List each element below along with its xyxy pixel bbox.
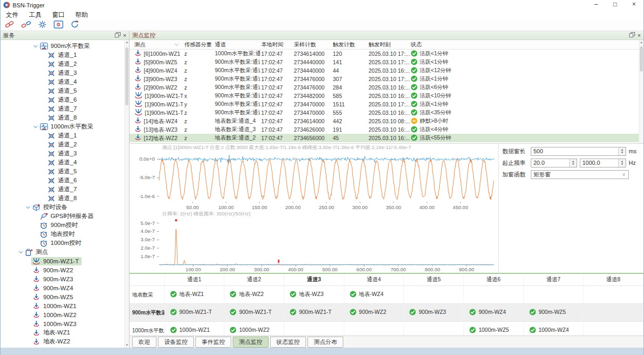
tree-item[interactable]: 900m-WZ5: [1, 292, 129, 301]
tree-item[interactable]: 地表-WZ1: [1, 328, 129, 337]
grid-cell[interactable]: 地表-WZ1: [164, 286, 224, 304]
tree-item[interactable]: GPS时钟服务器: [1, 212, 129, 221]
toolbar-console-button[interactable]: [53, 21, 64, 30]
tab-item-5[interactable]: 状态监控: [270, 337, 306, 348]
menu-item-1[interactable]: 文件: [1, 10, 24, 19]
table-scrollbar[interactable]: ▲: [639, 40, 643, 143]
grid-cell[interactable]: 1000m-WZ1: [164, 322, 224, 336]
table-row[interactable]: [2]900m-WZ2z900m水平数采:通道_417:02:472734476…: [130, 83, 639, 92]
data-window-length-input[interactable]: 500▲▼: [531, 147, 626, 156]
column-header[interactable]: 触发时刻: [368, 40, 410, 50]
tree-item[interactable]: 通道_8: [1, 113, 129, 122]
window-function-select[interactable]: 矩形窗∨: [531, 170, 629, 179]
tree-item[interactable]: 通道_1: [1, 51, 129, 60]
tree-item[interactable]: 1000m-WZ3: [1, 319, 129, 328]
chevron-expanded-icon[interactable]: [17, 251, 24, 254]
grid-cell[interactable]: 900m-WZ5: [523, 304, 583, 322]
column-header[interactable]: 本地时间: [260, 40, 293, 50]
table-row[interactable]: [12]地表-WZ2z地表数采:通道_217:02:47273465600045…: [130, 134, 639, 142]
tree-item[interactable]: 通道_2: [1, 60, 129, 68]
tab-item-3[interactable]: 事件监控: [195, 337, 231, 348]
grid-cell[interactable]: [523, 286, 583, 304]
grid-cell[interactable]: 900m-WZ3: [404, 304, 464, 322]
tree-item[interactable]: 通道_4: [1, 77, 129, 86]
tab-item-1[interactable]: 欢迎: [132, 337, 156, 348]
table-row[interactable]: [4]900m-WZ4z900m水平数采:通道_617:02:472734440…: [130, 66, 639, 75]
grid-cell[interactable]: 900m-WZ1-T: [164, 304, 224, 322]
grid-cell[interactable]: 900m-WZ1-T: [224, 304, 284, 322]
scroll-down-icon[interactable]: ▼: [125, 343, 129, 348]
scroll-up-icon[interactable]: ▲: [639, 40, 643, 45]
tree-item[interactable]: 授时设备: [1, 203, 129, 212]
scrollbar-thumb[interactable]: [125, 47, 128, 105]
scroll-up-icon[interactable]: ▲: [125, 40, 129, 45]
grid-cell[interactable]: 地表-WZ4: [344, 286, 404, 304]
tree-item[interactable]: 1000m-WZ2: [1, 310, 129, 319]
close-panel-icon[interactable]: ×: [123, 33, 126, 38]
grid-cell[interactable]: 900m-WZ1-T: [284, 304, 344, 322]
tree-item[interactable]: 通道_7: [1, 104, 129, 113]
grid-cell[interactable]: 1000m-WZ5: [463, 322, 523, 336]
grid-cell[interactable]: [583, 304, 643, 322]
grid-cell[interactable]: 1000m-WZ2: [224, 322, 284, 336]
tree-item[interactable]: 通道_7: [1, 185, 129, 194]
tab-item-2[interactable]: 设备监控: [158, 337, 194, 348]
tree-item[interactable]: 900m-WZ4: [1, 283, 129, 292]
tree-item[interactable]: 通道_4: [1, 158, 129, 167]
tree-item[interactable]: 地表-WZ2: [1, 337, 129, 346]
tree-item[interactable]: 通道_3: [1, 149, 129, 158]
toolbar-settings-button[interactable]: [37, 21, 47, 30]
menu-item-3[interactable]: 窗口: [47, 10, 70, 19]
grid-cell[interactable]: [284, 322, 344, 336]
spinner-buttons[interactable]: ▲▼: [618, 147, 626, 155]
tab-item-6[interactable]: 测点分布: [308, 337, 343, 348]
sidebar-scrollbar[interactable]: ▲ ▼: [124, 40, 129, 348]
close-button[interactable]: ×: [625, 0, 643, 10]
grid-cell[interactable]: 地表-WZ2: [224, 286, 284, 304]
table-row[interactable]: [5]900m-WZ5z900m水平数采:通道_717:02:472734440…: [130, 58, 639, 66]
scrollbar-thumb[interactable]: [640, 46, 643, 72]
grid-cell[interactable]: [344, 322, 404, 336]
column-header[interactable]: 通道: [214, 40, 260, 50]
freq-end-input[interactable]: 1000.0▲▼: [580, 159, 626, 167]
table-row[interactable]: [3]900m-WZ3z900m水平数采:通道_517:02:472734476…: [130, 75, 639, 83]
grid-cell[interactable]: 900m-WZ4: [463, 304, 523, 322]
tree-item[interactable]: 通道_5: [1, 167, 129, 176]
table-row[interactable]: [1]900m-WZ1-Tx900m水平数采:通道_117:02:4727344…: [130, 92, 639, 100]
tab-item-4[interactable]: 测点监控: [233, 337, 269, 348]
minimize-button[interactable]: –: [587, 0, 606, 10]
grid-cell[interactable]: 900m-WZ2: [344, 304, 404, 322]
toolbar-refresh-button[interactable]: [70, 21, 80, 30]
close-panel-icon[interactable]: ×: [638, 33, 641, 38]
grid-cell[interactable]: [404, 286, 464, 304]
spinner-buttons[interactable]: ▲▼: [569, 159, 577, 167]
maximize-button[interactable]: □: [606, 0, 625, 10]
tree-item[interactable]: 900m水平数采: [1, 42, 129, 51]
chevron-expanded-icon[interactable]: [32, 125, 38, 129]
tree-item[interactable]: 900m-WZ3: [1, 274, 129, 283]
toolbar-disconnect-button[interactable]: [21, 21, 31, 30]
tree-item[interactable]: 通道_8: [1, 194, 129, 203]
float-panel-icon[interactable]: [115, 32, 121, 38]
tree-item[interactable]: 通道_5: [1, 86, 129, 95]
grid-cell[interactable]: 1000m-WZ4: [523, 322, 583, 336]
tree-item[interactable]: 通道_6: [1, 176, 129, 185]
table-row[interactable]: [1]900m-WZ1-Ty900m水平数采:通道_217:02:4727344…: [130, 100, 639, 109]
grid-cell[interactable]: [583, 286, 643, 304]
tree-item[interactable]: 通道_2: [1, 140, 129, 149]
tree-item[interactable]: 通道_1: [1, 131, 129, 140]
toolbar-connect-button[interactable]: [4, 21, 15, 30]
tree-item[interactable]: 1000m授时: [1, 239, 129, 248]
chevron-down-icon[interactable]: [174, 41, 179, 47]
tree-item[interactable]: 900m-WZ1-T: [1, 257, 129, 265]
chevron-expanded-icon[interactable]: [32, 45, 38, 48]
tree-item[interactable]: 1000m-WZ1: [1, 301, 129, 310]
table-row[interactable]: [6]1000m-WZ1z1000m水平数采:通道_117:02:4727346…: [130, 50, 639, 58]
table-row[interactable]: [14]地表-WZ4z地表数采:通道_417:02:47273461400044…: [130, 117, 639, 125]
menu-item-4[interactable]: 帮助: [70, 10, 93, 19]
column-header[interactable]: 采样计数: [293, 40, 332, 50]
column-header[interactable]: 传感器分量: [183, 40, 214, 50]
grid-cell[interactable]: 地表-WZ3: [284, 286, 344, 304]
freq-start-input[interactable]: 20.0▲▼: [531, 159, 577, 167]
table-row[interactable]: [13]地表-WZ3z地表数采:通道_317:02:47273462600019…: [130, 125, 639, 134]
